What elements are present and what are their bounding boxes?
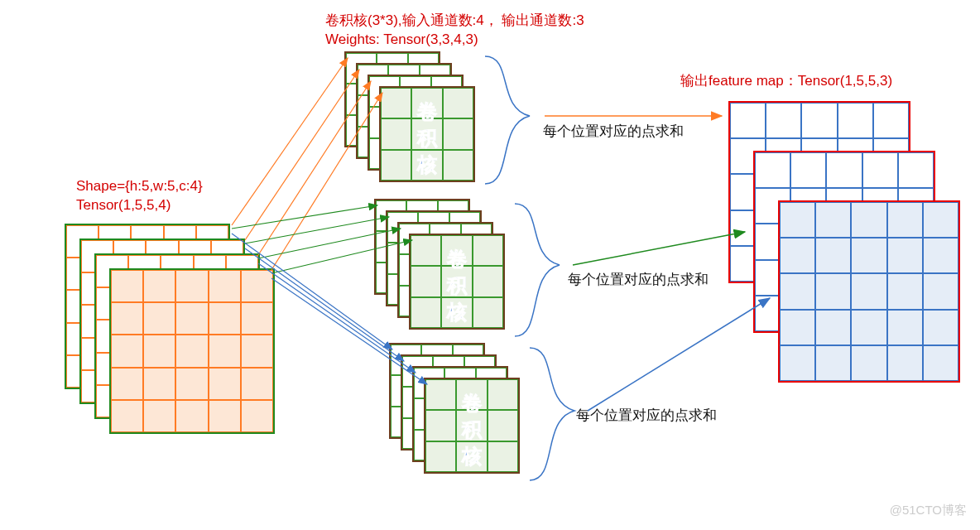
kernel-title: 卷积核(3*3),输入通道数:4， 输出通道数:3 Weights: Tenso… bbox=[325, 12, 584, 50]
output-title: 输出feature map：Tensor(1,5,5,3) bbox=[680, 72, 892, 91]
input-shape-text: Shape={h:5,w:5,c:4} bbox=[76, 178, 203, 194]
kernel-1-layer-4 bbox=[379, 86, 475, 182]
watermark: @51CTO博客 bbox=[890, 503, 967, 518]
svg-line-1 bbox=[245, 70, 359, 240]
output-layer-3 bbox=[778, 200, 960, 383]
svg-line-13 bbox=[573, 232, 745, 265]
arrow-label-3: 每个位置对应的点求和 bbox=[576, 406, 717, 425]
svg-line-4 bbox=[232, 205, 377, 229]
svg-line-14 bbox=[588, 298, 770, 411]
kernel-title-line1: 卷积核(3*3),输入通道数:4， 输出通道数:3 bbox=[325, 12, 584, 28]
kernel-title-line2: Weights: Tensor(3,3,4,3) bbox=[325, 31, 478, 47]
input-tensor-text: Tensor(1,5,5,4) bbox=[76, 197, 171, 213]
arrow-label-2: 每个位置对应的点求和 bbox=[568, 270, 709, 289]
svg-line-5 bbox=[245, 217, 389, 243]
input-shape-label: Shape={h:5,w:5,c:4} Tensor(1,5,5,4) bbox=[76, 177, 203, 215]
arrow-label-1: 每个位置对应的点求和 bbox=[543, 122, 684, 141]
input-layer-4 bbox=[109, 268, 275, 434]
kernel-3-layer-4 bbox=[424, 378, 520, 474]
svg-line-0 bbox=[232, 58, 348, 225]
kernel-2-layer-4 bbox=[409, 234, 505, 330]
